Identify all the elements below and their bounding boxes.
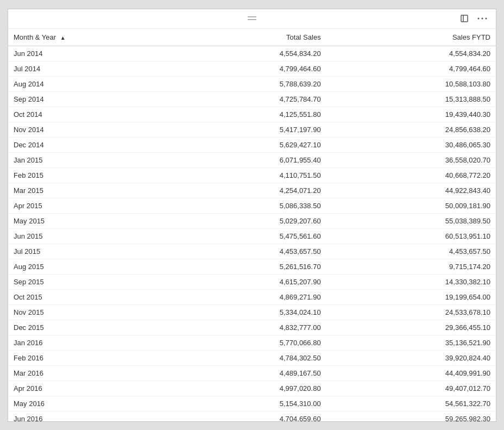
cell-sales-fytd: 4,554,834.20 — [326, 46, 496, 61]
col-header-total-sales-label: Total Sales — [286, 33, 321, 41]
cell-total-sales: 4,784,302.50 — [156, 350, 326, 365]
cell-total-sales: 5,334,024.10 — [156, 304, 326, 320]
cell-total-sales: 5,788,639.20 — [156, 76, 326, 91]
cell-month-year: Oct 2015 — [8, 289, 156, 304]
col-header-sales-fytd[interactable]: Sales FYTD — [326, 29, 496, 46]
cell-total-sales: 4,832,777.00 — [156, 320, 326, 335]
cell-total-sales: 5,154,310.00 — [156, 396, 326, 411]
col-header-total-sales[interactable]: Total Sales — [156, 29, 326, 46]
cell-sales-fytd: 24,533,678.10 — [326, 304, 496, 320]
cell-month-year: Feb 2016 — [8, 350, 156, 365]
cell-sales-fytd: 4,453,657.50 — [326, 244, 496, 259]
cell-total-sales: 5,086,338.50 — [156, 198, 326, 213]
table-row: Aug 20145,788,639.2010,588,103.80 — [8, 76, 496, 91]
cell-month-year: Nov 2015 — [8, 304, 156, 320]
cell-month-year: Jun 2015 — [8, 228, 156, 244]
cell-month-year: Aug 2014 — [8, 76, 156, 91]
table-row: Mar 20154,254,071.2044,922,843.40 — [8, 183, 496, 198]
table-row: May 20155,029,207.6055,038,389.50 — [8, 213, 496, 228]
widget-container: Month & Year ▲ Total Sales Sales FYTD Ju… — [8, 9, 496, 422]
cell-sales-fytd: 60,513,951.10 — [326, 228, 496, 244]
cell-total-sales: 6,071,955.40 — [156, 152, 326, 167]
cell-month-year: Sep 2014 — [8, 91, 156, 107]
cell-total-sales: 4,725,784.70 — [156, 91, 326, 107]
cell-total-sales: 5,475,561.60 — [156, 228, 326, 244]
cell-sales-fytd: 54,561,322.70 — [326, 396, 496, 411]
table-row: May 20165,154,310.0054,561,322.70 — [8, 396, 496, 411]
cell-month-year: Nov 2014 — [8, 122, 156, 137]
cell-sales-fytd: 44,409,991.90 — [326, 365, 496, 381]
cell-sales-fytd: 59,265,982.30 — [326, 411, 496, 421]
cell-sales-fytd: 14,330,382.10 — [326, 274, 496, 289]
drag-handle[interactable] — [245, 15, 259, 22]
cell-total-sales: 4,997,020.80 — [156, 381, 326, 396]
cell-month-year: Dec 2015 — [8, 320, 156, 335]
table-row: Dec 20154,832,777.0029,366,455.10 — [8, 320, 496, 335]
cell-total-sales: 5,417,197.90 — [156, 122, 326, 137]
cell-total-sales: 4,110,751.50 — [156, 167, 326, 183]
cell-total-sales: 4,554,834.20 — [156, 46, 326, 61]
table-row: Jan 20156,071,955.4036,558,020.70 — [8, 152, 496, 167]
cell-total-sales: 4,254,071.20 — [156, 183, 326, 198]
cell-sales-fytd: 15,313,888.50 — [326, 91, 496, 107]
svg-point-5 — [482, 18, 483, 20]
table-row: Oct 20154,869,271.9019,199,654.00 — [8, 289, 496, 304]
cell-month-year: Oct 2014 — [8, 107, 156, 122]
table-row: Jan 20165,770,066.8035,136,521.90 — [8, 335, 496, 350]
cell-sales-fytd: 30,486,065.30 — [326, 137, 496, 152]
cell-total-sales: 4,869,271.90 — [156, 289, 326, 304]
cell-sales-fytd: 40,668,772.20 — [326, 167, 496, 183]
cell-total-sales: 4,125,551.80 — [156, 107, 326, 122]
cell-sales-fytd: 10,588,103.80 — [326, 76, 496, 91]
cell-total-sales: 5,029,207.60 — [156, 213, 326, 228]
cell-month-year: Mar 2015 — [8, 183, 156, 198]
cell-month-year: Apr 2016 — [8, 381, 156, 396]
cell-sales-fytd: 19,199,654.00 — [326, 289, 496, 304]
cell-sales-fytd: 36,558,020.70 — [326, 152, 496, 167]
expand-button[interactable] — [458, 13, 471, 24]
table-row: Jul 20154,453,657.504,453,657.50 — [8, 244, 496, 259]
data-table: Month & Year ▲ Total Sales Sales FYTD Ju… — [8, 29, 496, 421]
cell-month-year: Aug 2015 — [8, 259, 156, 274]
table-row: Dec 20145,629,427.1030,486,065.30 — [8, 137, 496, 152]
table-row: Sep 20154,615,207.9014,330,382.10 — [8, 274, 496, 289]
table-row: Apr 20164,997,020.8049,407,012.70 — [8, 381, 496, 396]
table-row: Jul 20144,799,464.604,799,464.60 — [8, 61, 496, 76]
table-row: Nov 20145,417,197.9024,856,638.20 — [8, 122, 496, 137]
col-header-month-year[interactable]: Month & Year ▲ — [8, 29, 156, 46]
cell-month-year: Jan 2015 — [8, 152, 156, 167]
table-row: Oct 20144,125,551.8019,439,440.30 — [8, 107, 496, 122]
cell-month-year: Jan 2016 — [8, 335, 156, 350]
cell-total-sales: 4,704,659.60 — [156, 411, 326, 421]
cell-sales-fytd: 55,038,389.50 — [326, 213, 496, 228]
cell-total-sales: 4,615,207.90 — [156, 274, 326, 289]
cell-month-year: Jun 2014 — [8, 46, 156, 61]
table-wrapper[interactable]: Month & Year ▲ Total Sales Sales FYTD Ju… — [8, 29, 496, 421]
table-row: Aug 20155,261,516.709,715,174.20 — [8, 259, 496, 274]
cell-month-year: Dec 2014 — [8, 137, 156, 152]
cell-total-sales: 5,770,066.80 — [156, 335, 326, 350]
cell-month-year: Sep 2015 — [8, 274, 156, 289]
cell-sales-fytd: 24,856,638.20 — [326, 122, 496, 137]
cell-sales-fytd: 4,799,464.60 — [326, 61, 496, 76]
table-row: Feb 20164,784,302.5039,920,824.40 — [8, 350, 496, 365]
cell-sales-fytd: 9,715,174.20 — [326, 259, 496, 274]
cell-sales-fytd: 19,439,440.30 — [326, 107, 496, 122]
more-options-button[interactable] — [475, 16, 489, 21]
table-row: Sep 20144,725,784.7015,313,888.50 — [8, 91, 496, 107]
cell-month-year: Jul 2014 — [8, 61, 156, 76]
header-actions — [458, 13, 489, 24]
cell-sales-fytd: 50,009,181.90 — [326, 198, 496, 213]
cell-sales-fytd: 35,136,521.90 — [326, 335, 496, 350]
svg-rect-2 — [461, 15, 468, 22]
cell-total-sales: 4,453,657.50 — [156, 244, 326, 259]
table-row: Jun 20155,475,561.6060,513,951.10 — [8, 228, 496, 244]
cell-sales-fytd: 44,922,843.40 — [326, 183, 496, 198]
cell-month-year: May 2015 — [8, 213, 156, 228]
sort-arrow-icon: ▲ — [60, 35, 66, 41]
cell-sales-fytd: 39,920,824.40 — [326, 350, 496, 365]
table-row: Apr 20155,086,338.5050,009,181.90 — [8, 198, 496, 213]
table-row: Jun 20144,554,834.204,554,834.20 — [8, 46, 496, 61]
cell-total-sales: 4,489,167.50 — [156, 365, 326, 381]
svg-point-6 — [486, 18, 487, 20]
